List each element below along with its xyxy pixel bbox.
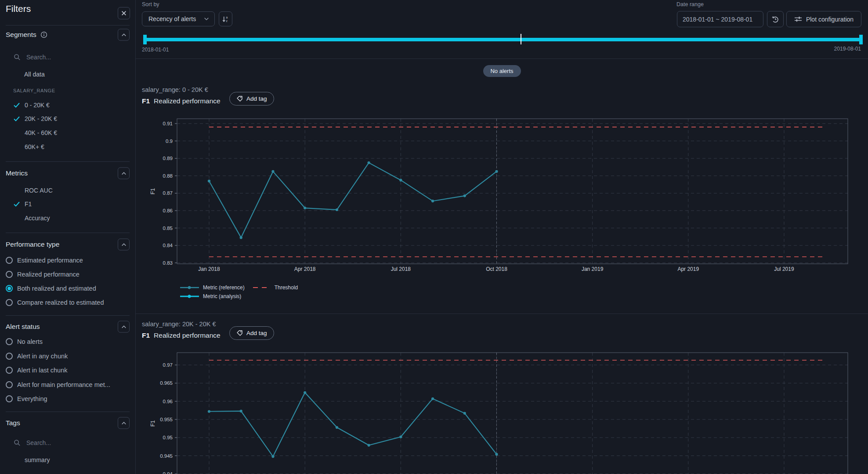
tags-search-input[interactable] bbox=[25, 439, 102, 447]
performance-type-option[interactable]: Both realized and estimated bbox=[0, 281, 135, 295]
check-slot bbox=[13, 102, 20, 109]
alert-status-option[interactable]: Alert in any chunk bbox=[0, 349, 135, 364]
chevron-up-icon bbox=[121, 171, 127, 175]
y-tick-label: 0.9 bbox=[166, 139, 173, 144]
sort-by-value: Recency of alerts bbox=[148, 15, 196, 22]
alert-status-option[interactable]: Everything bbox=[0, 392, 135, 406]
segment-item-all-data[interactable]: All data bbox=[0, 68, 135, 81]
date-range-input[interactable] bbox=[677, 11, 763, 27]
sort-direction-button[interactable]: a z bbox=[219, 11, 232, 26]
sort-by-label: Sort by bbox=[142, 1, 159, 7]
chevron-up-icon bbox=[121, 421, 127, 425]
collapse-alert-status-button[interactable] bbox=[118, 321, 130, 333]
chevron-up-icon bbox=[121, 243, 127, 246]
divider bbox=[6, 233, 130, 233]
app-root: Filters Segments bbox=[0, 0, 868, 474]
slider-end-date: 2019-08-01 bbox=[834, 46, 861, 52]
data-point bbox=[271, 170, 274, 173]
slider-current-marker[interactable] bbox=[521, 34, 521, 44]
divider bbox=[6, 161, 130, 162]
metric-item[interactable]: F1 bbox=[0, 197, 135, 211]
segments-section-header: Segments bbox=[0, 28, 135, 41]
performance-type-option[interactable]: Realized performance bbox=[0, 267, 135, 281]
metric-item[interactable]: ROC AUC bbox=[0, 183, 135, 197]
tag-item[interactable]: summary bbox=[0, 453, 135, 467]
metric-line-reference bbox=[209, 393, 496, 456]
data-point bbox=[304, 391, 306, 394]
legend-label: Metric (analysis) bbox=[203, 293, 241, 299]
plot-configuration-label: Plot configuration bbox=[806, 16, 854, 23]
option-label: Estimated performance bbox=[17, 257, 83, 264]
card-segment-title: salary_range: 20K - 20K € bbox=[142, 321, 216, 328]
y-axis-label: F1 bbox=[150, 188, 156, 195]
tag-icon bbox=[236, 95, 243, 102]
chart-1: 0.910.90.890.880.870.860.850.840.83Jan 2… bbox=[145, 114, 852, 273]
check-slot bbox=[13, 456, 20, 463]
divider bbox=[6, 412, 130, 412]
close-filters-button[interactable] bbox=[118, 7, 130, 19]
y-tick-label: 0.83 bbox=[163, 260, 173, 266]
collapse-segments-button[interactable] bbox=[118, 29, 130, 41]
slider-handle-right[interactable] bbox=[859, 35, 863, 44]
legend-item-analysis: Metric (analysis) bbox=[180, 293, 241, 299]
legend-label: Metric (reference) bbox=[203, 284, 245, 291]
alert-status-option[interactable]: No alerts bbox=[0, 335, 135, 349]
performance-type-option[interactable]: Estimated performance bbox=[0, 253, 135, 267]
reset-date-range-button[interactable] bbox=[767, 11, 784, 27]
metric-item[interactable]: Accuracy bbox=[0, 211, 135, 225]
collapse-metrics-button[interactable] bbox=[118, 168, 130, 179]
plot-border bbox=[177, 119, 848, 264]
data-point bbox=[336, 208, 338, 211]
y-tick-label: 0.84 bbox=[163, 243, 173, 248]
check-slot bbox=[13, 143, 20, 150]
x-tick-label: Jul 2019 bbox=[774, 266, 794, 272]
performance-type-options: Estimated performanceRealized performanc… bbox=[0, 253, 135, 310]
alert-status-option[interactable]: Alert for main performance met... bbox=[0, 378, 135, 392]
sort-by-select[interactable]: Recency of alerts bbox=[142, 11, 215, 26]
chevron-up-icon bbox=[121, 325, 127, 328]
add-tag-button[interactable]: Add tag bbox=[229, 92, 274, 106]
metric-name: F1 bbox=[142, 332, 150, 339]
segments-search-input[interactable] bbox=[25, 53, 102, 61]
add-tag-button[interactable]: Add tag bbox=[229, 326, 274, 340]
alert-status-label: Alert status bbox=[6, 323, 40, 331]
y-tick-label: 0.85 bbox=[163, 226, 173, 231]
sort-az-icon: a z bbox=[222, 15, 229, 23]
reference-line-swatch bbox=[180, 285, 199, 290]
slider-start-date: 2018-01-01 bbox=[142, 47, 169, 53]
tag-icon bbox=[236, 330, 243, 336]
data-point bbox=[463, 194, 466, 197]
y-tick-label: 0.965 bbox=[160, 380, 173, 386]
segment-item[interactable]: 60K+ € bbox=[0, 140, 135, 154]
x-tick-label: Jan 2019 bbox=[582, 266, 604, 272]
add-tag-label: Add tag bbox=[246, 330, 267, 336]
plot-border bbox=[177, 353, 848, 474]
no-alerts-badge: No alerts bbox=[483, 65, 521, 77]
performance-type-option[interactable]: Compare realized to estimated bbox=[0, 295, 135, 310]
date-range-slider[interactable] bbox=[143, 38, 863, 41]
slider-handle-left[interactable] bbox=[143, 35, 147, 44]
tags-label: Tags bbox=[6, 419, 20, 427]
collapse-performance-type-button[interactable] bbox=[118, 239, 130, 251]
collapse-tags-button[interactable] bbox=[118, 417, 130, 429]
segment-item[interactable]: 0 - 20K € bbox=[0, 98, 135, 112]
alert-status-section-header: Alert status bbox=[0, 320, 135, 333]
option-label: Alert for main performance met... bbox=[17, 381, 110, 388]
data-point bbox=[399, 435, 402, 438]
data-point bbox=[208, 410, 210, 413]
divider bbox=[6, 25, 130, 26]
info-icon[interactable] bbox=[40, 31, 47, 38]
metric-items-list: ROC AUCF1Accuracy bbox=[0, 183, 135, 225]
data-point bbox=[240, 410, 242, 412]
segment-item[interactable]: 40K - 60K € bbox=[0, 126, 135, 140]
alert-status-option[interactable]: Alert in last chunk bbox=[0, 363, 135, 378]
segment-item[interactable]: 20K - 20K € bbox=[0, 112, 135, 126]
svg-text:a: a bbox=[226, 16, 228, 19]
divider bbox=[136, 314, 868, 314]
legend-label: Threshold bbox=[275, 284, 298, 291]
plot-configuration-button[interactable]: Plot configuration bbox=[786, 11, 861, 27]
filters-sidebar: Filters Segments bbox=[0, 0, 136, 474]
option-label: Everything bbox=[17, 395, 47, 402]
item-label: 40K - 60K € bbox=[25, 129, 57, 136]
close-icon bbox=[121, 10, 127, 16]
